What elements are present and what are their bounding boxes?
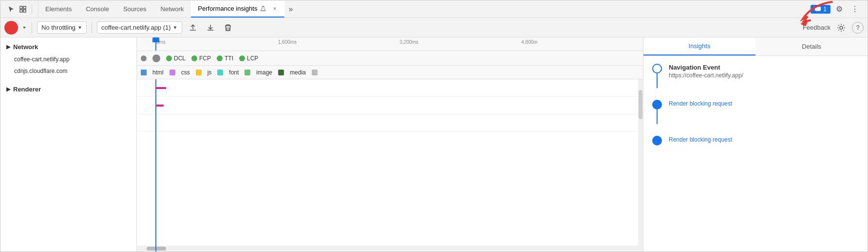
tab-more-button[interactable]: » bbox=[284, 0, 297, 18]
settings-button[interactable]: ⚙ bbox=[832, 2, 846, 16]
ruler-mark-0ms: 0ms bbox=[156, 37, 278, 51]
legend-c-circle2 bbox=[152, 54, 160, 62]
timeline-rows bbox=[137, 79, 638, 252]
timeline-bar-1a bbox=[156, 87, 166, 89]
session-dropdown-arrow: ▼ bbox=[173, 25, 178, 30]
feedback-badge-button[interactable]: 1 bbox=[811, 5, 830, 14]
horizontal-scrollbar[interactable] bbox=[137, 246, 638, 252]
insight-line-1 bbox=[657, 73, 658, 88]
sidebar: ▶ Network coffee-cart.netlify.app cdnjs.… bbox=[0, 37, 137, 252]
type-js: js bbox=[208, 69, 212, 76]
inspect-icon[interactable] bbox=[18, 4, 28, 14]
toolbar-settings-button[interactable] bbox=[834, 21, 848, 35]
legend-c-circle bbox=[141, 55, 147, 61]
more-options-button[interactable]: ⋮ bbox=[848, 2, 862, 16]
timeline-rows-container bbox=[137, 79, 643, 252]
horizontal-scrollbar-thumb bbox=[147, 247, 166, 251]
settings-gear-icon bbox=[837, 23, 846, 32]
tab-bar: Elements Console Sources Network Perform… bbox=[0, 0, 868, 18]
type-css-box bbox=[170, 70, 175, 75]
tab-bar-icons bbox=[2, 0, 38, 18]
svg-rect-3 bbox=[23, 10, 26, 12]
network-section-header[interactable]: ▶ Network bbox=[0, 40, 136, 54]
toolbar: No throttling ▼ coffee-cart.netlify.app … bbox=[0, 18, 868, 37]
render-blocking-link-2[interactable]: Render blocking request bbox=[669, 136, 732, 143]
type-css: css bbox=[181, 69, 190, 76]
chat-icon bbox=[814, 6, 821, 12]
insight-render-1: Render blocking request bbox=[651, 100, 860, 124]
delete-button[interactable] bbox=[221, 21, 235, 35]
feedback-link[interactable]: Feedback bbox=[803, 24, 830, 31]
record-button[interactable] bbox=[4, 21, 18, 35]
help-button[interactable]: ? bbox=[852, 22, 864, 34]
insight-nav-icon-col bbox=[651, 64, 663, 88]
playhead-handle bbox=[152, 37, 159, 42]
vertical-scrollbar-thumb bbox=[639, 90, 642, 119]
ruler-mark-3200ms: 3,200ms bbox=[400, 37, 522, 51]
throttling-dropdown-arrow: ▼ bbox=[77, 25, 82, 30]
insight-r2-icon-col bbox=[651, 136, 663, 145]
timeline-bar-area-2 bbox=[137, 97, 638, 114]
fcp-dot bbox=[191, 55, 197, 61]
timeline-row-1 bbox=[137, 79, 638, 97]
devtools-container: Elements Console Sources Network Perform… bbox=[0, 0, 868, 252]
vertical-scrollbar[interactable] bbox=[638, 79, 643, 252]
network-triangle-icon: ▶ bbox=[6, 44, 10, 50]
sidebar-item-cdnjs[interactable]: cdnjs.cloudflare.com bbox=[0, 65, 136, 77]
throttling-dropdown[interactable]: No throttling ▼ bbox=[37, 21, 87, 34]
dcl-dot bbox=[166, 55, 172, 61]
tab-sources[interactable]: Sources bbox=[116, 0, 154, 18]
timeline-row-3 bbox=[137, 114, 638, 132]
tab-details[interactable]: Details bbox=[755, 37, 868, 55]
lcp-dot bbox=[239, 55, 245, 61]
type-font: font bbox=[229, 69, 239, 76]
network-section: ▶ Network coffee-cart.netlify.app cdnjs.… bbox=[0, 37, 136, 80]
upload-button[interactable] bbox=[186, 21, 200, 35]
timeline-ruler: 0ms 1,600ms 3,200ms 4,800m bbox=[137, 37, 643, 51]
renderer-triangle-icon: ▶ bbox=[6, 86, 10, 92]
flask-icon bbox=[260, 6, 266, 12]
type-image-box bbox=[245, 70, 250, 75]
insight-line-2 bbox=[657, 109, 658, 124]
type-js-box bbox=[196, 70, 202, 75]
download-button[interactable] bbox=[204, 21, 217, 35]
toolbar-right: Feedback ? bbox=[803, 21, 864, 35]
insight-r1-icon-col bbox=[651, 100, 663, 124]
feedback-section: Feedback bbox=[803, 24, 830, 31]
ruler-mark-4800ms: 4,800m bbox=[521, 37, 643, 51]
tab-network[interactable]: Network bbox=[154, 0, 191, 18]
tab-insights[interactable]: Insights bbox=[643, 37, 755, 55]
legend-lcp: LCP bbox=[239, 55, 258, 62]
type-image: image bbox=[256, 69, 272, 76]
tab-close-button[interactable]: × bbox=[272, 5, 277, 13]
renderer-section: ▶ Renderer bbox=[0, 80, 136, 99]
render-blocking-link-1[interactable]: Render blocking request bbox=[669, 100, 732, 107]
legend-fcp: FCP bbox=[191, 55, 211, 62]
record-dropdown[interactable] bbox=[22, 25, 27, 30]
render1-dot-icon bbox=[652, 100, 662, 109]
tti-dot bbox=[217, 55, 223, 61]
legend-dcl: DCL bbox=[166, 55, 186, 62]
insight-r1-text: Render blocking request bbox=[669, 100, 732, 124]
type-media-box bbox=[278, 70, 284, 75]
cursor-icon[interactable] bbox=[6, 4, 16, 14]
timeline-type-legend: html css js font image bbox=[137, 66, 643, 79]
right-panel-content: Navigation Event https://coffee-cart.net… bbox=[643, 56, 868, 252]
timeline-area: 0ms 1,600ms 3,200ms 4,800m bbox=[137, 37, 643, 252]
session-dropdown[interactable]: coffee-cart.netlify.app (1) ▼ bbox=[97, 21, 182, 34]
tab-elements[interactable]: Elements bbox=[38, 0, 79, 18]
tab-console[interactable]: Console bbox=[79, 0, 116, 18]
legend-tti: TTI bbox=[217, 55, 233, 62]
type-font-box bbox=[217, 70, 223, 75]
sidebar-item-coffee-cart[interactable]: coffee-cart.netlify.app bbox=[0, 54, 136, 65]
trash-icon bbox=[224, 23, 232, 32]
dropdown-arrow-icon bbox=[22, 25, 27, 30]
download-icon bbox=[206, 23, 215, 32]
main-content: ▶ Network coffee-cart.netlify.app cdnjs.… bbox=[0, 37, 868, 252]
tabs: Elements Console Sources Network Perform… bbox=[38, 0, 807, 18]
right-panel: Insights Details Navigation Event https:… bbox=[643, 37, 868, 252]
renderer-section-header[interactable]: ▶ Renderer bbox=[0, 83, 136, 96]
tab-performance-insights[interactable]: Performance insights × bbox=[191, 0, 284, 18]
timeline-legend: DCL FCP TTI LCP bbox=[137, 51, 643, 66]
timeline-row-2 bbox=[137, 97, 638, 114]
